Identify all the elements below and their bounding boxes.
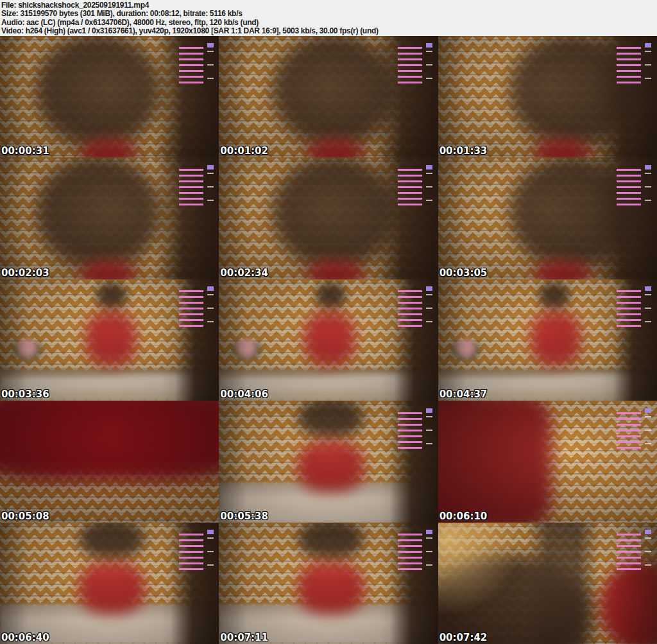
chat-overlay [617, 530, 651, 572]
timestamp-overlay: 00:05:38 [220, 510, 268, 522]
metadata-header: File: shickshackshock_202509191911.mp4 S… [0, 0, 657, 36]
video-thumbnail: 00:05:08 [0, 401, 219, 522]
chat-overlay [617, 286, 651, 329]
timestamp-overlay: 00:02:34 [220, 267, 268, 279]
video-thumbnail: 00:07:42 [438, 523, 657, 644]
timestamp-overlay: 00:01:02 [220, 145, 268, 157]
chat-overlay [179, 286, 214, 329]
timestamp-overlay: 00:07:42 [439, 632, 488, 643]
video-thumbnail: 00:02:34 [219, 157, 438, 279]
video-thumbnail: 00:01:33 [438, 36, 657, 157]
timestamp-overlay: 00:04:37 [439, 388, 488, 400]
timestamp-overlay: 00:01:33 [439, 145, 488, 157]
timestamp-overlay: 00:07:11 [220, 632, 268, 643]
timestamp-overlay: 00:04:06 [220, 388, 268, 400]
file-line: File: shickshackshock_202509191911.mp4 [1, 1, 657, 10]
chat-overlay [398, 165, 432, 207]
video-thumbnail: 00:06:10 [438, 401, 657, 522]
video-thumbnail: 00:05:38 [219, 401, 438, 522]
chat-overlay [179, 165, 214, 207]
timestamp-overlay: 00:00:31 [1, 145, 49, 157]
video-thumbnail: 00:04:37 [438, 279, 657, 401]
chat-overlay [398, 408, 432, 451]
timestamp-overlay: 00:06:40 [1, 632, 49, 643]
video-thumbnail: 00:04:06 [219, 279, 438, 401]
chat-overlay [398, 43, 432, 85]
video-contact-sheet: File: shickshackshock_202509191911.mp4 S… [0, 0, 657, 644]
video-thumbnail: 00:01:02 [219, 36, 438, 157]
timestamp-overlay: 00:06:10 [439, 510, 488, 522]
thumbnail-grid: 00:00:31 00:01:02 00:01:33 00:02:03 [0, 36, 657, 644]
chat-overlay [179, 43, 214, 85]
timestamp-overlay: 00:03:05 [439, 267, 488, 279]
video-line: Video: h264 (High) (avc1 / 0x31637661), … [1, 27, 657, 35]
chat-overlay [398, 286, 432, 329]
size-line: Size: 315199570 bytes (301 MiB), duratio… [1, 10, 657, 18]
video-thumbnail: 00:06:40 [0, 523, 219, 644]
lighting-vignette [0, 401, 219, 522]
audio-line: Audio: aac (LC) (mp4a / 0x6134706D), 480… [1, 19, 657, 27]
chat-overlay [179, 530, 214, 572]
video-thumbnail: 00:07:11 [219, 523, 438, 644]
chat-overlay [617, 43, 651, 85]
chat-overlay [617, 165, 651, 207]
timestamp-overlay: 00:02:03 [1, 267, 49, 279]
video-thumbnail: 00:03:36 [0, 279, 219, 401]
chat-overlay [617, 408, 651, 451]
video-thumbnail: 00:02:03 [0, 157, 219, 279]
video-thumbnail: 00:00:31 [0, 36, 219, 157]
timestamp-overlay: 00:03:36 [1, 388, 49, 400]
video-thumbnail: 00:03:05 [438, 157, 657, 279]
chat-overlay [398, 530, 432, 572]
timestamp-overlay: 00:05:08 [1, 510, 49, 522]
